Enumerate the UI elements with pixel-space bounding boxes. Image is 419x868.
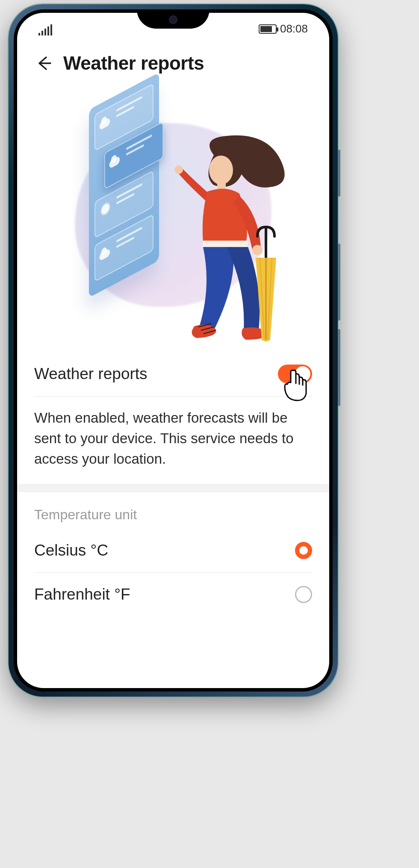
option-label: Celsius °C (34, 541, 108, 559)
battery-icon (259, 24, 277, 34)
status-time: 08:08 (280, 22, 308, 35)
screen: 08:08 Weather reports (17, 13, 329, 688)
side-button (338, 150, 340, 197)
volume-down-button (338, 329, 340, 406)
temperature-unit-title: Temperature unit (34, 492, 312, 529)
svg-point-2 (174, 165, 183, 174)
unit-option-fahrenheit[interactable]: Fahrenheit °F (34, 573, 312, 616)
option-label: Fahrenheit °F (34, 586, 130, 603)
notch (137, 9, 210, 29)
svg-point-0 (209, 156, 233, 185)
svg-point-3 (252, 245, 263, 255)
toggle-label: Weather reports (34, 365, 148, 383)
radio-unselected-icon (295, 586, 312, 603)
toggle-description: When enabled, weather forecasts will be … (34, 397, 312, 484)
weather-panel-illustration (89, 72, 159, 297)
volume-up-button (338, 244, 340, 321)
section-divider (17, 484, 329, 492)
hero-illustration (17, 78, 329, 352)
page-title: Weather reports (63, 53, 204, 74)
arrow-left-icon (35, 55, 52, 72)
signal-icon (38, 25, 52, 35)
back-button[interactable] (34, 54, 53, 73)
header: Weather reports (17, 36, 329, 78)
woman-illustration (162, 129, 295, 352)
phone-frame: 08:08 Weather reports (9, 4, 338, 697)
unit-option-celsius[interactable]: Celsius °C (34, 529, 312, 573)
radio-selected-icon (295, 542, 312, 559)
settings-list: Weather reports When enabled, weather fo… (17, 352, 329, 616)
weather-reports-toggle-row[interactable]: Weather reports (34, 352, 312, 397)
pointer-hand-icon (282, 368, 310, 401)
